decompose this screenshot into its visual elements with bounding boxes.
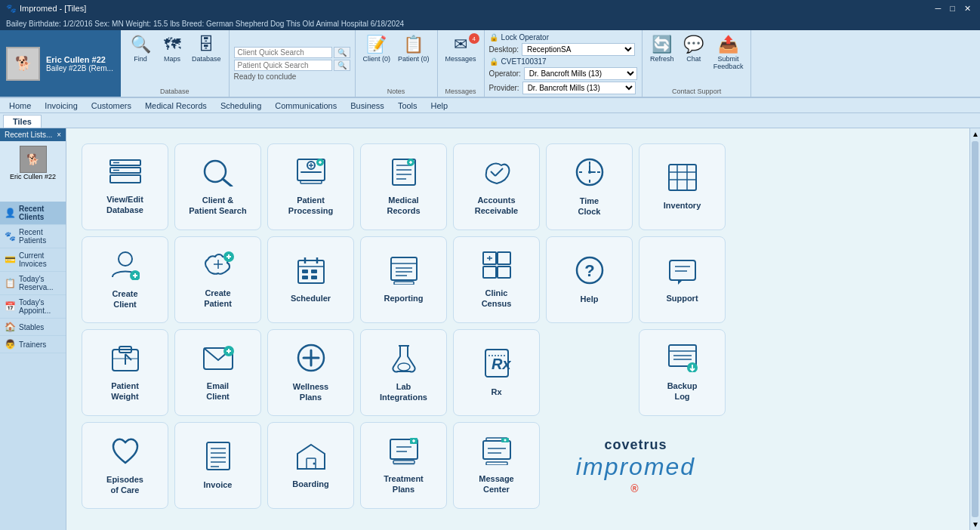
minimize-button[interactable]: ─ <box>932 4 945 14</box>
reporting-label: Reporting <box>384 294 424 304</box>
clinic-census-icon <box>481 251 513 284</box>
tile-accounts-receivable[interactable]: AccountsReceivable <box>453 143 540 230</box>
tile-create-client[interactable]: CreateClient <box>82 236 168 323</box>
sidebar-item-current-invoices[interactable]: 💳 Current Invoices <box>0 248 66 272</box>
sidebar-item-todays-appointments[interactable]: 📅 Today's Appoint... <box>0 295 66 319</box>
tile-grid: View/EditDatabase Client &Patient Search <box>74 136 962 516</box>
client-quick-search-input[interactable] <box>234 47 332 58</box>
sidebar-item-todays-reservations[interactable]: 📋 Today's Reserva... <box>0 272 66 295</box>
patient-quick-search-input[interactable] <box>234 60 332 71</box>
menu-tools[interactable]: Tools <box>392 100 424 112</box>
scroll-up-arrow[interactable]: ▲ <box>970 128 980 140</box>
tile-email-client[interactable]: EmailClient <box>174 329 261 416</box>
patient-search-button[interactable]: 🔍 <box>334 60 350 71</box>
sidebar-item-trainers[interactable]: 👨 Trainers <box>0 336 66 353</box>
svg-rect-8 <box>300 180 322 183</box>
svg-rect-107 <box>393 464 414 465</box>
tile-help[interactable]: ? Help <box>546 236 633 323</box>
tile-time-clock[interactable]: TimeClock <box>546 143 633 230</box>
medical-records-label: MedicalRecords <box>387 196 420 215</box>
sidebar-close-btn[interactable]: × <box>57 131 61 139</box>
time-clock-icon <box>575 157 605 192</box>
close-button[interactable]: ✕ <box>961 4 974 14</box>
tile-empty-1 <box>546 329 633 416</box>
maximize-button[interactable]: □ <box>947 4 958 14</box>
medical-records-icon <box>390 158 418 191</box>
tile-episodes-of-care[interactable]: Episodesof Care <box>82 422 168 509</box>
menu-help[interactable]: Help <box>425 100 455 112</box>
invoice-icon <box>204 441 233 476</box>
tile-reporting[interactable]: Reporting <box>360 236 447 323</box>
menu-invoicing[interactable]: Invoicing <box>39 100 83 112</box>
tile-clinic-census[interactable]: ClinicCensus <box>453 236 540 323</box>
client-patient-search-label: Client &Patient Search <box>189 196 246 215</box>
notes-group-label: Notes <box>360 88 433 95</box>
desktop-select[interactable]: ReceptionSA <box>522 43 635 56</box>
svg-line-24 <box>491 171 495 176</box>
menu-business[interactable]: Business <box>344 100 390 112</box>
tile-wellness-plans[interactable]: WellnessPlans <box>267 329 354 416</box>
svg-rect-58 <box>394 282 414 285</box>
provider-label: Provider: <box>489 84 519 92</box>
scroll-thumb[interactable] <box>972 141 978 517</box>
menu-customers[interactable]: Customers <box>85 100 137 112</box>
tile-inventory[interactable]: Inventory <box>639 143 726 230</box>
svg-point-87 <box>398 363 410 371</box>
refresh-button[interactable]: 🔄 Refresh <box>647 33 677 64</box>
tile-invoice[interactable]: Invoice <box>174 422 261 509</box>
client-notes-button[interactable]: 📝 Client (0) <box>360 33 394 64</box>
tile-create-patient[interactable]: CreatePatient <box>174 236 261 323</box>
sidebar-client-item[interactable]: 🐕 Eric Cullen #22 <box>2 143 64 183</box>
logo-area: covetrus impromed ® <box>576 437 695 495</box>
tile-support[interactable]: Support <box>639 236 726 323</box>
tile-client-patient-search[interactable]: Client &Patient Search <box>174 143 261 230</box>
database-group: 🔍 Find 🗺 Maps 🗄 Database Database <box>121 30 230 97</box>
tab-tiles[interactable]: Tiles <box>3 115 42 128</box>
find-button[interactable]: 🔍 Find <box>125 33 156 64</box>
tile-patient-weight[interactable]: PatientWeight <box>82 329 168 416</box>
messages-button[interactable]: ✉ 4 Messages <box>442 33 479 64</box>
menu-communications[interactable]: Communications <box>269 100 343 112</box>
client-patient-search-icon <box>202 158 235 191</box>
scrollbar-right[interactable]: ▲ ▼ <box>969 128 980 530</box>
tile-patient-processing[interactable]: PatientProcessing <box>267 143 354 230</box>
patient-subname: Bailey #22B (Rem... <box>46 64 113 72</box>
client-search-button[interactable]: 🔍 <box>334 47 350 58</box>
support-label: Support <box>666 294 698 304</box>
trainers-label: Trainers <box>19 340 46 349</box>
episodes-of-care-icon <box>110 436 140 470</box>
sidebar-item-recent-clients[interactable]: 👤 Recent Clients <box>0 202 66 225</box>
tile-medical-records[interactable]: MedicalRecords <box>360 143 447 230</box>
scheduler-label: Scheduler <box>291 294 331 304</box>
tile-message-center[interactable]: MessageCenter <box>453 422 540 509</box>
svg-point-104 <box>313 462 315 464</box>
desktop-label: Desktop: <box>489 45 519 54</box>
tile-scheduler[interactable]: Scheduler <box>267 236 354 323</box>
patient-notes-button[interactable]: 📋 Patient (0) <box>395 33 433 64</box>
provider-select[interactable]: Dr. Bancroft Mills (13) <box>522 82 636 94</box>
svg-rect-53 <box>311 270 317 273</box>
svg-text:Rx: Rx <box>492 356 511 372</box>
current-invoices-icon: 💳 <box>5 254 16 265</box>
maps-button[interactable]: 🗺 Maps <box>157 33 187 64</box>
find-label: Find <box>134 55 147 63</box>
lock-operator-label: Lock Operator <box>501 33 549 42</box>
tile-lab-integrations[interactable]: LabIntegrations <box>360 329 447 416</box>
menu-medical-records[interactable]: Medical Records <box>139 100 213 112</box>
app-icon: 🐾 <box>6 4 17 14</box>
menu-scheduling[interactable]: Scheduling <box>214 100 267 112</box>
scroll-down-arrow[interactable]: ▼ <box>970 519 980 530</box>
tile-boarding[interactable]: Boarding <box>267 422 354 509</box>
tile-backup-log[interactable]: BackupLog <box>639 329 726 416</box>
database-button[interactable]: 🗄 Database <box>189 33 224 64</box>
chat-button[interactable]: 💬 Chat <box>679 33 709 64</box>
submit-feedback-button[interactable]: 📤 SubmitFeedback <box>710 33 747 72</box>
menu-home[interactable]: Home <box>3 100 37 112</box>
notes-group: 📝 Client (0) 📋 Patient (0) Notes <box>356 30 438 97</box>
sidebar-item-recent-patients[interactable]: 🐾 Recent Patients <box>0 225 66 248</box>
sidebar-item-stables[interactable]: 🏠 Stables <box>0 319 66 336</box>
tile-rx[interactable]: Rx Rx <box>453 329 540 416</box>
tile-treatment-plans[interactable]: TreatmentPlans <box>360 422 447 509</box>
operator-select[interactable]: Dr. Bancroft Mills (13) <box>524 67 637 80</box>
tile-view-edit-database[interactable]: View/EditDatabase <box>82 143 168 230</box>
